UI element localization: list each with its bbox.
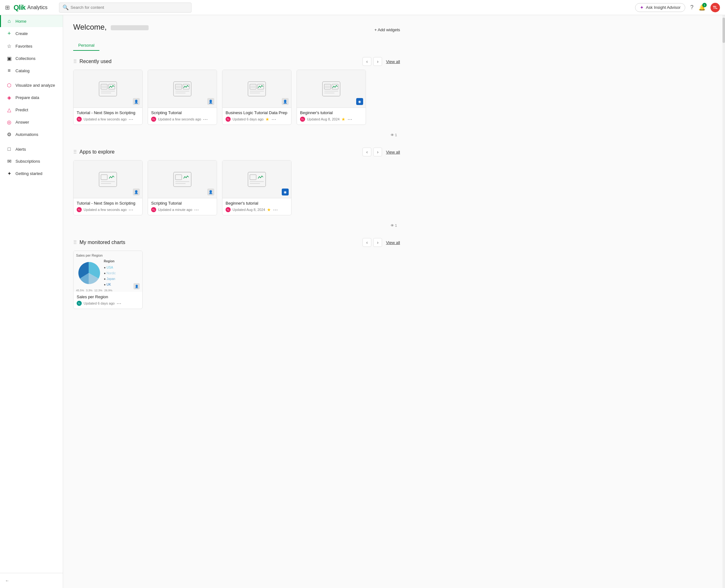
charts-view-all[interactable]: View all	[386, 240, 400, 245]
sidebar-item-subscriptions[interactable]: ✉ Subscriptions	[0, 155, 63, 167]
search-bar[interactable]: 🔍	[59, 2, 192, 13]
recently-used-cards: 👤 Tutorial - Next Steps in Scripting TL …	[73, 70, 400, 125]
drag-handle-charts[interactable]: ⠿	[73, 239, 77, 246]
app-name: Analytics	[27, 5, 48, 10]
ask-insight-button[interactable]: ✦ Ask Insight Advisor	[635, 3, 685, 12]
sidebar-item-favorites[interactable]: ☆ Favorites	[0, 40, 63, 52]
svg-rect-37	[250, 175, 256, 180]
apps-card-2[interactable]: 👤 Scripting Tutorial TL Updated a minute…	[148, 160, 217, 215]
scrollbar-track[interactable]	[723, 15, 725, 588]
topnav-right: ✦ Ask Insight Advisor ? 🔔 1 TL	[635, 3, 720, 12]
sidebar-item-predict[interactable]: △ Predict	[0, 104, 63, 116]
sidebar-label-automations: Automations	[16, 132, 38, 137]
logo-area: Qlik Analytics	[14, 3, 48, 12]
apps-card-star-3[interactable]: ★	[267, 207, 271, 212]
chart-card-meta-1: TL Updated 6 days ago ···	[77, 300, 139, 306]
apps-card-1[interactable]: 👤 Tutorial - Next Steps in Scripting TL …	[73, 160, 143, 215]
card-title-4: Beginner's tutorial	[300, 110, 363, 115]
drag-handle-recently-used[interactable]: ⠿	[73, 59, 77, 65]
sidebar-item-create[interactable]: + Create	[0, 27, 63, 40]
card-star-btn-4[interactable]: ★	[341, 117, 345, 122]
apps-prev-btn[interactable]: ‹	[363, 148, 371, 156]
tabs: Personal	[73, 40, 99, 51]
recently-used-card-2[interactable]: 👤 Scripting Tutorial TL Updated a few se…	[148, 70, 217, 125]
charts-next-btn[interactable]: ›	[373, 238, 382, 247]
card-info-1: Tutorial - Next Steps in Scripting TL Up…	[74, 108, 142, 125]
eye-icon: 👁	[390, 133, 394, 137]
apps-views-count: 1	[395, 224, 397, 227]
recently-used-next-btn[interactable]: ›	[373, 57, 382, 66]
sidebar-item-prepare[interactable]: ◈ Prepare data	[0, 91, 63, 104]
apps-to-explore-section: ⠿ Apps to explore ‹ › View all	[73, 148, 400, 229]
search-input[interactable]	[71, 5, 188, 10]
svg-rect-32	[174, 172, 191, 187]
monitored-charts-section: ⠿ My monitored charts ‹ › View all Sales…	[73, 238, 400, 309]
avatar[interactable]: TL	[710, 3, 720, 12]
card-more-btn-1[interactable]: ···	[128, 116, 133, 122]
apps-card-avatar-2: TL	[151, 207, 156, 212]
welcome-title: Welcome,	[73, 23, 148, 31]
sidebar-item-collections[interactable]: ▣ Collections	[0, 52, 63, 65]
apps-card-thumb-1: 👤	[74, 161, 142, 198]
apps-views: 👁 1	[73, 223, 400, 229]
sidebar-item-automations[interactable]: ⚙ Automations	[0, 128, 63, 141]
sidebar-label-catalog: Catalog	[16, 68, 29, 73]
sidebar-label-prepare: Prepare data	[16, 95, 39, 100]
apps-card-more-1[interactable]: ···	[128, 207, 133, 212]
svg-rect-22	[324, 84, 330, 89]
sidebar-item-getting-started[interactable]: ✦ Getting started	[0, 167, 63, 180]
help-icon[interactable]: ?	[690, 4, 693, 11]
card-meta-3: TL Updated 6 days ago ★ ···	[226, 116, 288, 122]
apps-card-more-3[interactable]: ···	[273, 207, 278, 212]
sidebar-item-answer[interactable]: ◎ Answer	[0, 116, 63, 128]
charts-prev-btn[interactable]: ‹	[363, 238, 371, 247]
apps-card-title-2: Scripting Tutorial	[151, 201, 214, 206]
recently-used-section: ⠿ Recently used ‹ › View all	[73, 57, 400, 139]
sidebar-collapse-btn[interactable]: ←	[0, 576, 63, 586]
recently-used-card-1[interactable]: 👤 Tutorial - Next Steps in Scripting TL …	[73, 70, 143, 125]
card-thumb-4: ◉	[297, 70, 366, 108]
recently-used-views: 👁 1	[73, 132, 400, 139]
card-more-btn-2[interactable]: ···	[203, 116, 207, 122]
chart-card-more-1[interactable]: ···	[116, 300, 121, 306]
card-more-btn-3[interactable]: ···	[271, 116, 276, 122]
recently-used-card-4[interactable]: ◉ Beginner's tutorial TL Updated Aug 8, …	[297, 70, 366, 125]
chart-card-1[interactable]: Sales per Region	[73, 251, 143, 309]
chart-card-title-1: Sales per Region	[77, 294, 139, 299]
apps-card-avatar-1: TL	[77, 207, 82, 212]
card-info-4: Beginner's tutorial TL Updated Aug 8, 20…	[297, 108, 366, 125]
card-meta-2: TL Updated a few seconds ago ···	[151, 116, 214, 122]
apps-card-more-2[interactable]: ···	[194, 207, 199, 212]
card-badge-circle-4: ◉	[356, 98, 363, 105]
app-thumbnail-icon-4	[322, 81, 341, 97]
recently-used-card-3[interactable]: 👤 Business Logic Tutorial Data Prep TL U…	[222, 70, 291, 125]
chart-card-avatar-1: TL	[77, 301, 82, 306]
apps-view-all[interactable]: View all	[386, 150, 400, 154]
grid-menu-icon[interactable]: ⊞	[5, 4, 10, 11]
apps-card-meta-1: TL Updated a few seconds ago ···	[77, 207, 139, 212]
svg-rect-8	[176, 84, 182, 89]
monitored-charts-header: ⠿ My monitored charts ‹ › View all	[73, 238, 400, 247]
card-more-btn-4[interactable]: ···	[347, 116, 352, 122]
sidebar-item-visualize[interactable]: ⬡ Visualize and analyze	[0, 79, 63, 91]
sidebar-item-alerts[interactable]: □ Alerts	[0, 143, 63, 155]
card-star-btn-3[interactable]: ★	[265, 117, 269, 122]
pie-labels: 45.5%3.3%12.3%26.9%	[76, 289, 140, 292]
sidebar-item-home[interactable]: ⌂ Home	[0, 15, 63, 27]
card-thumb-3: 👤	[222, 70, 291, 108]
create-icon: +	[6, 30, 12, 37]
sidebar-bottom: ←	[0, 573, 63, 588]
recently-used-view-all[interactable]: View all	[386, 59, 400, 64]
tab-personal[interactable]: Personal	[73, 40, 99, 51]
recently-used-prev-btn[interactable]: ‹	[363, 57, 371, 66]
scrollbar-thumb[interactable]	[723, 18, 725, 43]
drag-handle-apps[interactable]: ⠿	[73, 149, 77, 155]
svg-rect-33	[176, 175, 182, 180]
apps-to-explore-nav: ‹ › View all	[363, 148, 400, 156]
apps-card-3[interactable]: ◉ Beginner's tutorial TL Updated Aug 8, …	[222, 160, 291, 215]
card-badge-person-2: 👤	[207, 98, 214, 105]
apps-card-thumb-3: ◉	[222, 161, 291, 198]
apps-next-btn[interactable]: ›	[373, 148, 382, 156]
sidebar-item-catalog[interactable]: ≡ Catalog	[0, 65, 63, 77]
add-widgets-button[interactable]: + Add widgets	[375, 27, 400, 32]
